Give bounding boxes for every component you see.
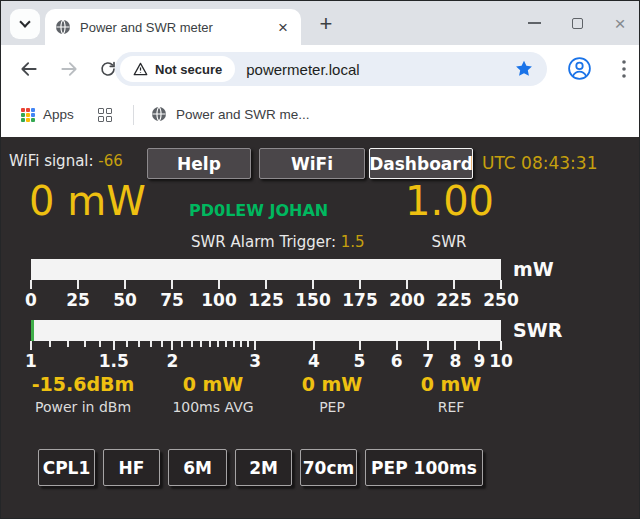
forward-button[interactable] xyxy=(59,59,79,79)
globe-favicon-icon xyxy=(55,19,71,35)
minimize-button[interactable] xyxy=(527,16,541,30)
meter-tick xyxy=(49,341,51,347)
readout-label: REF xyxy=(381,399,521,415)
profile-avatar-icon xyxy=(567,56,592,81)
meter-tick xyxy=(181,341,183,347)
tab-close-icon[interactable]: × xyxy=(275,19,291,36)
security-chip-label: Not secure xyxy=(155,62,222,77)
bookmark-star-button[interactable] xyxy=(514,59,534,79)
meter-tick xyxy=(77,280,79,289)
back-arrow-icon xyxy=(19,59,39,79)
profile-button[interactable] xyxy=(567,56,592,81)
maximize-icon xyxy=(572,18,583,29)
browser-tab[interactable]: Power and SWR meter × xyxy=(45,9,301,45)
meter-tick xyxy=(217,341,219,347)
meter-tick-label: 100 xyxy=(201,290,237,310)
meter-tick-label: 50 xyxy=(113,290,137,310)
readout-dbm: -15.6dBm Power in dBm xyxy=(13,373,153,415)
utc-clock: UTC 08:43:31 xyxy=(482,153,597,173)
dashboard-button[interactable]: Dashboard xyxy=(369,148,473,179)
new-tab-button[interactable]: + xyxy=(312,10,340,38)
globe-favicon-icon xyxy=(151,106,167,122)
meter-tick-label: 1 xyxy=(25,351,37,371)
cpl1-button[interactable]: CPL1 xyxy=(38,449,95,486)
apps-grid-dot xyxy=(21,113,25,117)
bookmarks-divider xyxy=(133,105,134,125)
meter-tick xyxy=(150,341,152,347)
meter-tick xyxy=(500,280,502,289)
meter-tick xyxy=(478,341,480,350)
swr-meter: SWR 11.52345678910 xyxy=(1,318,640,380)
apps-grid-dot xyxy=(31,118,35,122)
meter-tick xyxy=(313,341,315,350)
meter-tick xyxy=(113,341,115,350)
swr-meter-unit: SWR xyxy=(513,319,562,341)
wifi-signal-label: WiFi signal: xyxy=(9,152,94,170)
window-close-button[interactable]: × xyxy=(613,16,627,30)
apps-grid-icon[interactable] xyxy=(21,108,35,122)
meter-tick-label: 75 xyxy=(160,290,184,310)
hf-button[interactable]: HF xyxy=(103,449,160,486)
power-value-big: 0 mW xyxy=(29,181,146,221)
power-meter: mW 0255075100125150175200225250 xyxy=(1,257,640,319)
back-button[interactable] xyxy=(19,59,39,79)
pep-100ms-button[interactable]: PEP 100ms xyxy=(365,449,483,486)
wifi-signal-value: -66 xyxy=(98,152,123,170)
meter-tick xyxy=(240,341,242,347)
meter-tick-label: 2 xyxy=(167,351,179,371)
70cm-button[interactable]: 70cm xyxy=(300,449,357,486)
url-text: powermeter.local xyxy=(246,61,359,78)
meter-tick xyxy=(454,341,456,350)
meter-tick xyxy=(254,341,256,350)
security-chip[interactable]: Not secure xyxy=(120,56,235,82)
apps-grid-dot xyxy=(26,113,30,117)
meter-tick-label: 3 xyxy=(249,351,261,371)
readout-ref: 0 mW REF xyxy=(381,373,521,415)
tab-title: Power and SWR meter xyxy=(80,20,275,35)
wifi-button[interactable]: WiFi xyxy=(259,148,365,179)
swr-meter-fill xyxy=(31,320,34,341)
apps-shortcut[interactable]: Apps xyxy=(43,107,74,122)
2m-button[interactable]: 2M xyxy=(235,449,292,486)
meter-tick xyxy=(124,280,126,289)
meter-tick-label: 7 xyxy=(422,351,434,371)
meter-tick-label: 4 xyxy=(308,351,320,371)
tab-search-button[interactable] xyxy=(10,9,40,39)
meter-tick xyxy=(171,280,173,289)
meter-tick-label: 150 xyxy=(295,290,331,310)
readout-value: 0 mW xyxy=(381,373,521,395)
meter-tick xyxy=(138,341,140,347)
bookmark-item[interactable]: Power and SWR me... xyxy=(151,106,310,122)
meter-tick xyxy=(265,280,267,289)
callsign: PD0LEW JOHAN xyxy=(189,201,328,220)
address-bar[interactable]: Not secure powermeter.local xyxy=(115,52,547,86)
meter-tick-label: 250 xyxy=(483,290,519,310)
apps-grid-dot xyxy=(21,118,25,122)
help-button[interactable]: Help xyxy=(147,148,251,179)
meter-tick xyxy=(233,341,235,347)
star-icon xyxy=(514,59,534,79)
browser-toolbar: Not secure powermeter.local xyxy=(1,45,639,93)
meter-tick-label: 200 xyxy=(389,290,425,310)
meter-tick xyxy=(99,341,101,347)
tab-strip: Power and SWR meter × + × xyxy=(1,1,639,45)
meter-tick-label: 9 xyxy=(474,351,486,371)
meter-tick xyxy=(84,341,86,347)
browser-menu-button[interactable] xyxy=(615,58,633,80)
meter-tick xyxy=(191,341,193,347)
swr-caption: SWR xyxy=(421,233,477,251)
wifi-signal-readout: WiFi signal: -66 xyxy=(9,152,123,170)
minimize-icon xyxy=(528,22,541,24)
power-meter-unit: mW xyxy=(513,258,554,280)
meter-tick xyxy=(396,341,398,350)
bookmark-title: Power and SWR me... xyxy=(176,107,310,122)
meter-tick xyxy=(126,341,128,347)
close-icon: × xyxy=(614,14,625,33)
meter-tick xyxy=(500,341,502,350)
meter-tick-label: 225 xyxy=(436,290,472,310)
6m-button[interactable]: 6M xyxy=(168,449,227,486)
readout-value: -15.6dBm xyxy=(13,373,153,395)
maximize-button[interactable] xyxy=(570,16,584,30)
window-controls: × xyxy=(527,1,627,45)
reading-list-grid-icon[interactable] xyxy=(98,108,112,122)
